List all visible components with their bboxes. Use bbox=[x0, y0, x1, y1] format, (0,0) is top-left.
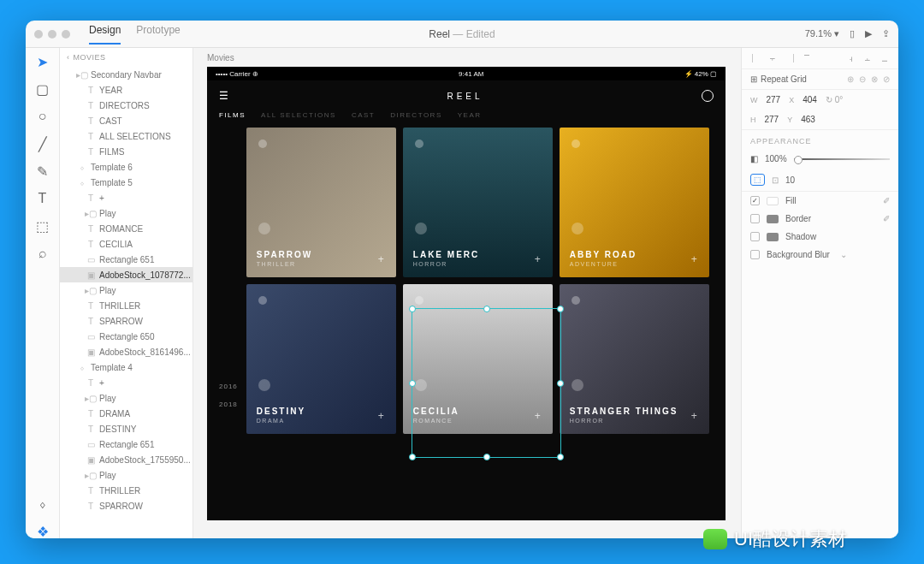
shadow-checkbox[interactable] bbox=[750, 232, 760, 241]
play-icon[interactable] bbox=[572, 379, 583, 391]
align-vcenter-icon[interactable]: ⫠ bbox=[862, 53, 873, 63]
profile-circle[interactable] bbox=[702, 90, 714, 102]
nav-all[interactable]: ALL SELECTIONS bbox=[261, 111, 336, 119]
add-icon[interactable]: ⊕ bbox=[847, 74, 854, 84]
layer-item[interactable]: TCAST bbox=[60, 113, 192, 128]
opacity-slider[interactable] bbox=[794, 158, 890, 160]
layer-item[interactable]: ▸▢Secondary Navbar bbox=[60, 67, 192, 82]
layer-item[interactable]: ▭Rectangle 651 bbox=[60, 252, 192, 267]
tab-design[interactable]: Design bbox=[89, 24, 121, 45]
layer-item[interactable]: TDIRECTORS bbox=[60, 98, 192, 113]
shadow-swatch[interactable] bbox=[767, 233, 779, 241]
movie-card[interactable]: ABBY ROADADVENTURE+ bbox=[560, 128, 709, 277]
add-icon[interactable]: + bbox=[535, 253, 541, 265]
canvas[interactable]: Movies ••••• Carrier ⊕ 9:41 AM ⚡ 42% ▢ ☰… bbox=[193, 48, 741, 538]
layer-item[interactable]: TROMANCE bbox=[60, 221, 192, 236]
layer-item[interactable]: ▸▢Play bbox=[60, 467, 192, 483]
layer-item[interactable]: TDRAMA bbox=[60, 406, 192, 421]
w-value[interactable]: 277 bbox=[767, 95, 781, 104]
layer-item[interactable]: TDESTINY bbox=[60, 421, 192, 436]
add-icon[interactable]: + bbox=[378, 410, 384, 422]
layer-item[interactable]: TTHRILLER bbox=[60, 298, 192, 313]
layer-item[interactable]: TALL SELECTIONS bbox=[60, 128, 192, 144]
layer-item[interactable]: TSPARROW bbox=[60, 498, 192, 514]
layer-item[interactable]: ▸▢Play bbox=[60, 282, 192, 298]
layer-item[interactable]: TFILMS bbox=[60, 144, 192, 159]
movie-card[interactable]: SPARROWTHRILLER+ bbox=[246, 128, 396, 277]
play-icon[interactable] bbox=[415, 223, 427, 235]
dist-h-icon[interactable]: ⫞ bbox=[845, 53, 856, 63]
layer-item[interactable]: TCECILIA bbox=[60, 236, 192, 252]
h-value[interactable]: 277 bbox=[765, 115, 779, 124]
y-value[interactable]: 463 bbox=[801, 115, 815, 124]
border-checkbox[interactable] bbox=[750, 214, 760, 223]
corner-all-icon[interactable]: ⬚ bbox=[750, 174, 765, 186]
share-icon[interactable]: ⇪ bbox=[882, 28, 890, 39]
min-dot[interactable] bbox=[48, 30, 56, 39]
chevron-down-icon[interactable]: ⌄ bbox=[840, 250, 847, 259]
layer-item[interactable]: ⬨Template 4 bbox=[60, 359, 192, 375]
add-icon[interactable]: + bbox=[691, 253, 697, 265]
menu-icon[interactable]: ☰ bbox=[219, 90, 228, 102]
pen-tool[interactable]: ✎ bbox=[36, 164, 50, 178]
play-icon[interactable] bbox=[572, 223, 583, 235]
select-tool[interactable]: ➤ bbox=[36, 55, 50, 68]
layer-item[interactable]: ▣AdobeStock_8161496... bbox=[60, 344, 192, 359]
play-icon[interactable] bbox=[415, 379, 427, 391]
layer-item[interactable]: ▣AdobeStock_1078772... bbox=[60, 267, 192, 282]
add-icon[interactable]: + bbox=[535, 410, 541, 422]
layer-item[interactable]: TTHRILLER bbox=[60, 483, 192, 498]
exclude-icon[interactable]: ⊘ bbox=[883, 74, 890, 84]
layer-item[interactable]: ⬨Template 5 bbox=[60, 175, 192, 190]
nav-directors[interactable]: DIRECTORS bbox=[390, 111, 441, 119]
layer-item[interactable]: ▸▢Play bbox=[60, 205, 192, 221]
add-icon[interactable]: + bbox=[378, 253, 384, 265]
eyedropper-icon[interactable]: ✐ bbox=[883, 214, 890, 223]
nav-films[interactable]: FILMS bbox=[219, 111, 246, 119]
align-hcenter-icon[interactable]: ⫟ bbox=[767, 53, 778, 63]
border-swatch[interactable] bbox=[767, 215, 779, 223]
rect-tool[interactable]: ▢ bbox=[36, 82, 50, 96]
close-dot[interactable] bbox=[34, 30, 43, 39]
layer-item[interactable]: ▭Rectangle 651 bbox=[60, 436, 192, 452]
movie-card[interactable]: CECILIAROMANCE+ bbox=[403, 284, 553, 434]
align-right-icon[interactable]: ⎹ bbox=[785, 53, 795, 63]
blur-checkbox[interactable] bbox=[750, 250, 760, 259]
fill-swatch[interactable] bbox=[767, 197, 779, 205]
eyedropper-icon[interactable]: ✐ bbox=[883, 196, 890, 205]
zoom-level[interactable]: 79.1% ▾ bbox=[805, 28, 839, 39]
movie-card[interactable]: LAKE MERCHORROR+ bbox=[403, 128, 553, 277]
movie-card[interactable]: STRANGER THINGSHORROR+ bbox=[560, 284, 709, 434]
layer-item[interactable]: TSPARROW bbox=[60, 313, 192, 329]
layer-item[interactable]: T+ bbox=[60, 190, 192, 205]
layer-item[interactable]: ▣AdobeStock_1755950... bbox=[60, 452, 192, 467]
zoom-tool[interactable]: ⌕ bbox=[36, 246, 50, 260]
text-tool[interactable]: T bbox=[36, 192, 50, 205]
layers-header[interactable]: ‹ MOVIES bbox=[60, 48, 192, 67]
add-icon[interactable]: + bbox=[691, 410, 697, 422]
year-2018[interactable]: 2018 bbox=[219, 401, 238, 408]
rotate-icon[interactable]: ↻ 0° bbox=[826, 95, 843, 104]
artboard-label[interactable]: Movies bbox=[207, 53, 234, 62]
line-tool[interactable]: ╱ bbox=[36, 137, 50, 151]
layer-item[interactable]: ▭Rectangle 650 bbox=[60, 329, 192, 344]
repeat-grid-button[interactable]: ⊞ Repeat Grid bbox=[750, 74, 807, 84]
layer-item[interactable]: ▸▢Play bbox=[60, 390, 192, 406]
nav-cast[interactable]: CAST bbox=[352, 111, 375, 119]
layers-icon[interactable]: ❖ bbox=[36, 525, 50, 538]
subtract-icon[interactable]: ⊖ bbox=[859, 74, 866, 84]
align-top-icon[interactable]: ⎺ bbox=[802, 53, 812, 63]
play-icon[interactable] bbox=[258, 379, 270, 391]
movie-card[interactable]: DESTINYDRAMA+ bbox=[246, 284, 396, 434]
layer-item[interactable]: T+ bbox=[60, 375, 192, 390]
x-value[interactable]: 404 bbox=[803, 95, 817, 104]
device-icon[interactable]: ▯ bbox=[850, 28, 855, 39]
fill-checkbox[interactable] bbox=[750, 196, 760, 205]
max-dot[interactable] bbox=[62, 30, 70, 39]
nav-year[interactable]: YEAR bbox=[458, 111, 482, 119]
align-bottom-icon[interactable]: ⎽ bbox=[880, 53, 890, 63]
tab-prototype[interactable]: Prototype bbox=[136, 24, 180, 45]
play-icon[interactable]: ▶ bbox=[865, 28, 872, 39]
opacity-value[interactable]: 100% bbox=[765, 154, 787, 163]
year-2016[interactable]: 2016 bbox=[219, 383, 238, 390]
